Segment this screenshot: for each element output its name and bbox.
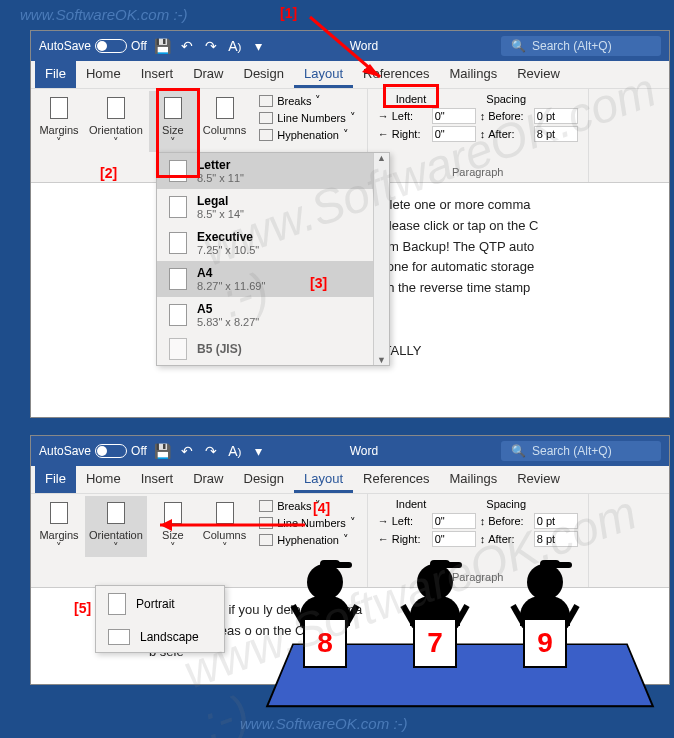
spacing-before-input[interactable] xyxy=(534,513,578,529)
app-title: Word xyxy=(275,444,493,458)
tab-insert[interactable]: Insert xyxy=(131,466,184,493)
search-box[interactable]: 🔍 Search (Alt+Q) xyxy=(501,36,661,56)
tab-home[interactable]: Home xyxy=(76,61,131,88)
tab-mailings[interactable]: Mailings xyxy=(440,61,508,88)
annotation-4: [4] xyxy=(313,500,330,516)
undo-icon[interactable]: ↶ xyxy=(179,38,195,54)
qat-dropdown-icon[interactable]: ▾ xyxy=(251,443,267,459)
search-icon: 🔍 xyxy=(511,39,526,53)
indent-right-input[interactable] xyxy=(432,126,476,142)
annotation-3: [3] xyxy=(310,275,327,291)
tab-insert[interactable]: Insert xyxy=(131,61,184,88)
tab-design[interactable]: Design xyxy=(234,466,294,493)
line-numbers-button[interactable]: Line Numbers ˅ xyxy=(256,110,358,125)
size-option-executive[interactable]: Executive7.25" x 10.5" xyxy=(157,225,389,261)
autosave-toggle[interactable]: AutoSaveOff xyxy=(39,444,147,458)
arrow-to-orientation xyxy=(150,510,310,540)
orientation-portrait[interactable]: Portrait xyxy=(96,586,224,622)
watermark-top: www.SoftwareOK.com :-) xyxy=(20,6,188,23)
svg-marker-1 xyxy=(362,64,380,77)
size-option-legal[interactable]: Legal8.5" x 14" xyxy=(157,189,389,225)
svg-marker-3 xyxy=(160,519,172,531)
search-box[interactable]: 🔍Search (Alt+Q) xyxy=(501,441,661,461)
size-option-a4[interactable]: A48.27" x 11.69" xyxy=(157,261,389,297)
margins-button[interactable]: Margins˅ xyxy=(35,91,83,152)
tab-draw[interactable]: Draw xyxy=(183,61,233,88)
orientation-landscape[interactable]: Landscape xyxy=(96,622,224,652)
save-icon[interactable]: 💾 xyxy=(155,443,171,459)
orientation-button[interactable]: Orientation˅ xyxy=(85,91,147,152)
annotation-5: [5] xyxy=(74,600,91,616)
size-option-b5[interactable]: B5 (JIS) xyxy=(157,333,389,365)
tab-review[interactable]: Review xyxy=(507,61,570,88)
redo-icon[interactable]: ↷ xyxy=(203,443,219,459)
titlebar: AutoSaveOff 💾 ↶ ↷ A) ▾ Word 🔍Search (Alt… xyxy=(31,436,669,466)
tab-mailings[interactable]: Mailings xyxy=(440,466,508,493)
spacing-before-input[interactable] xyxy=(534,108,578,124)
tab-home[interactable]: Home xyxy=(76,466,131,493)
save-icon[interactable]: 💾 xyxy=(155,38,171,54)
columns-button[interactable]: Columns˅ xyxy=(199,91,250,152)
spacing-after-input[interactable] xyxy=(534,126,578,142)
dropdown-scrollbar[interactable] xyxy=(373,153,389,365)
size-button[interactable]: Size˅ xyxy=(149,91,197,152)
undo-icon[interactable]: ↶ xyxy=(179,443,195,459)
margins-button[interactable]: Margins˅ xyxy=(35,496,83,557)
spacing-after-label: ↕ After: xyxy=(480,128,530,140)
indent-right-label: ← Right: xyxy=(378,128,428,140)
orientation-dropdown: Portrait Landscape xyxy=(95,585,225,653)
tab-file[interactable]: File xyxy=(35,466,76,493)
touch-mode-icon[interactable]: A) xyxy=(227,38,243,54)
tab-file[interactable]: File xyxy=(35,61,76,88)
ribbon-tabs: File Home Insert Draw Design Layout Refe… xyxy=(31,466,669,494)
indent-left-input[interactable] xyxy=(432,513,476,529)
judges-cartoon: 8 7 9 xyxy=(280,528,640,708)
size-option-a5[interactable]: A55.83" x 8.27" xyxy=(157,297,389,333)
annotation-1: [1] xyxy=(280,5,297,21)
indent-left-label: → Left: xyxy=(378,110,428,122)
arrow-to-layout xyxy=(300,12,400,92)
indent-left-input[interactable] xyxy=(432,108,476,124)
size-dropdown: Letter8.5" x 11" Legal8.5" x 14" Executi… xyxy=(156,152,390,366)
redo-icon[interactable]: ↷ xyxy=(203,38,219,54)
breaks-button[interactable]: Breaks ˅ xyxy=(256,93,358,108)
spacing-before-label: ↕ Before: xyxy=(480,110,530,122)
orientation-button[interactable]: Orientation˅ xyxy=(85,496,147,557)
watermark-bottom: www.SoftwareOK.com :-) xyxy=(240,715,408,732)
qat-dropdown-icon[interactable]: ▾ xyxy=(251,38,267,54)
tab-layout[interactable]: Layout xyxy=(294,466,353,493)
tab-review[interactable]: Review xyxy=(507,466,570,493)
tab-draw[interactable]: Draw xyxy=(183,466,233,493)
tab-design[interactable]: Design xyxy=(234,61,294,88)
touch-mode-icon[interactable]: A) xyxy=(227,443,243,459)
autosave-toggle[interactable]: AutoSave Off xyxy=(39,39,147,53)
annotation-2: [2] xyxy=(100,165,117,181)
paragraph-group-label: Paragraph xyxy=(372,166,584,180)
size-option-letter[interactable]: Letter8.5" x 11" xyxy=(157,153,389,189)
hyphenation-button[interactable]: Hyphenation ˅ xyxy=(256,127,358,142)
search-icon: 🔍 xyxy=(511,444,526,458)
tab-references[interactable]: References xyxy=(353,466,439,493)
